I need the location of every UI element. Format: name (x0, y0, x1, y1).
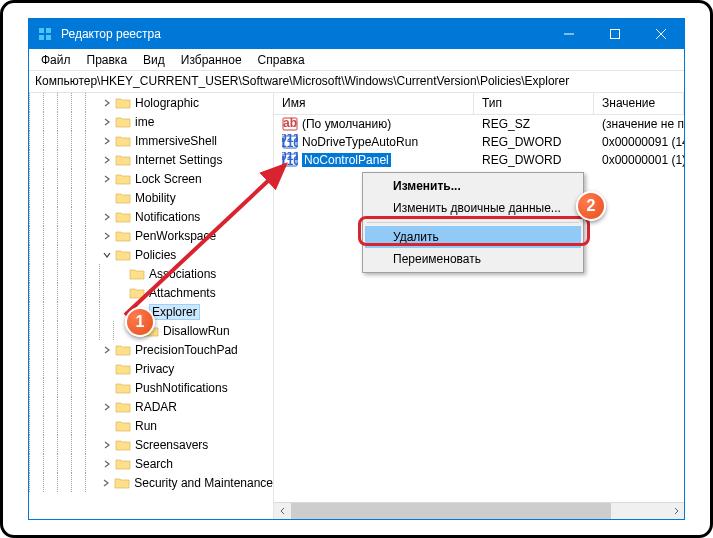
svg-rect-5 (611, 30, 620, 39)
address-bar[interactable]: Компьютер\HKEY_CURRENT_USER\Software\Mic… (29, 71, 684, 93)
value-type: REG_SZ (474, 117, 594, 131)
tree-node[interactable]: Internet Settings (29, 150, 273, 169)
titlebar: Редактор реестра (29, 19, 684, 49)
menu-help[interactable]: Справка (250, 51, 313, 69)
tree-node[interactable]: Holographic (29, 93, 273, 112)
tree-label: Notifications (135, 210, 200, 224)
folder-icon (115, 229, 131, 243)
list-row[interactable]: ab(По умолчанию)REG_SZ(значение не пр (274, 115, 684, 133)
window-title: Редактор реестра (61, 27, 546, 41)
tree-label: Search (135, 457, 173, 471)
list-row[interactable]: 011110NoDriveTypeAutoRunREG_DWORD0x00000… (274, 133, 684, 151)
chevron-down-icon[interactable] (101, 249, 113, 261)
horizontal-scrollbar[interactable] (274, 502, 684, 519)
menubar: Файл Правка Вид Избранное Справка (29, 49, 684, 71)
tree-node[interactable]: Search (29, 454, 273, 473)
context-delete[interactable]: Удалить (365, 226, 581, 248)
col-value[interactable]: Значение (594, 93, 684, 114)
svg-text:110: 110 (282, 154, 298, 168)
annotation-badge-2: 2 (576, 191, 606, 221)
menu-favorites[interactable]: Избранное (173, 51, 250, 69)
svg-rect-3 (46, 35, 51, 40)
chevron-right-icon[interactable] (101, 173, 113, 185)
tree-node[interactable]: Associations (29, 264, 273, 283)
folder-icon (129, 267, 145, 281)
value-type: REG_DWORD (474, 135, 594, 149)
folder-icon (115, 362, 131, 376)
value-data: (значение не пр (594, 117, 684, 131)
dword-value-icon: 011110 (282, 152, 298, 168)
minimize-button[interactable] (546, 19, 592, 49)
svg-text:110: 110 (282, 136, 298, 150)
folder-icon (115, 153, 131, 167)
folder-icon (115, 419, 131, 433)
value-name: (По умолчанию) (302, 117, 391, 131)
folder-icon (115, 343, 131, 357)
tree-node[interactable]: Privacy (29, 359, 273, 378)
tree-label: Run (135, 419, 157, 433)
tree-label: Mobility (135, 191, 176, 205)
tree-toggle-empty (115, 287, 127, 299)
folder-icon (115, 400, 131, 414)
tree-node[interactable]: RADAR (29, 397, 273, 416)
svg-rect-2 (39, 35, 44, 40)
context-modify[interactable]: Изменить... (365, 175, 581, 197)
value-list[interactable]: Имя Тип Значение ab(По умолчанию)REG_SZ(… (274, 93, 684, 519)
dword-value-icon: 011110 (282, 134, 298, 150)
chevron-right-icon[interactable] (101, 401, 113, 413)
tree-node[interactable]: Notifications (29, 207, 273, 226)
chevron-right-icon[interactable] (101, 458, 113, 470)
tree-node[interactable]: PushNotifications (29, 378, 273, 397)
tree-node[interactable]: Policies (29, 245, 273, 264)
tree-node[interactable]: Run (29, 416, 273, 435)
tree-label: ImmersiveShell (135, 134, 217, 148)
chevron-right-icon[interactable] (100, 477, 112, 489)
chevron-right-icon[interactable] (101, 97, 113, 109)
menu-edit[interactable]: Правка (79, 51, 136, 69)
list-row[interactable]: 011110NoControlPanelREG_DWORD0x00000001 … (274, 151, 684, 169)
folder-icon (115, 457, 131, 471)
value-name: NoDriveTypeAutoRun (302, 135, 418, 149)
chevron-right-icon[interactable] (101, 211, 113, 223)
context-modify-binary[interactable]: Изменить двоичные данные... (365, 197, 581, 219)
context-rename[interactable]: Переименовать (365, 248, 581, 270)
tree-node[interactable]: Lock Screen (29, 169, 273, 188)
close-button[interactable] (638, 19, 684, 49)
tree-node[interactable]: Attachments (29, 283, 273, 302)
tree-label: Privacy (135, 362, 174, 376)
tree-node[interactable]: ime (29, 112, 273, 131)
folder-icon (115, 438, 131, 452)
scroll-left-button[interactable] (274, 503, 291, 520)
chevron-right-icon[interactable] (101, 230, 113, 242)
maximize-button[interactable] (592, 19, 638, 49)
folder-icon (115, 172, 131, 186)
menu-file[interactable]: Файл (33, 51, 79, 69)
tree-label: DisallowRun (163, 324, 230, 338)
chevron-right-icon[interactable] (101, 135, 113, 147)
tree-node[interactable]: Security and Maintenance (29, 473, 273, 492)
tree-node[interactable]: Mobility (29, 188, 273, 207)
col-type[interactable]: Тип (474, 93, 594, 114)
registry-editor-window: Редактор реестра Файл Правка Вид Избранн… (28, 18, 685, 520)
tree-label: Attachments (149, 286, 216, 300)
tree-toggle-empty (101, 382, 113, 394)
scroll-right-button[interactable] (667, 503, 684, 520)
tree-toggle-empty (101, 363, 113, 375)
tree-toggle-empty (115, 268, 127, 280)
chevron-right-icon[interactable] (101, 116, 113, 128)
menu-view[interactable]: Вид (135, 51, 173, 69)
registry-tree[interactable]: HolographicimeImmersiveShellInternet Set… (29, 93, 274, 519)
col-name[interactable]: Имя (274, 93, 474, 114)
chevron-right-icon[interactable] (101, 439, 113, 451)
folder-icon (115, 115, 131, 129)
tree-node[interactable]: Screensavers (29, 435, 273, 454)
value-type: REG_DWORD (474, 153, 594, 167)
tree-toggle-empty (101, 420, 113, 432)
chevron-right-icon[interactable] (101, 344, 113, 356)
tree-node[interactable]: PenWorkspace (29, 226, 273, 245)
tree-node[interactable]: ImmersiveShell (29, 131, 273, 150)
tree-label: Associations (149, 267, 216, 281)
tree-node[interactable]: PrecisionTouchPad (29, 340, 273, 359)
context-menu: Изменить... Изменить двоичные данные... … (362, 172, 584, 273)
chevron-right-icon[interactable] (101, 154, 113, 166)
